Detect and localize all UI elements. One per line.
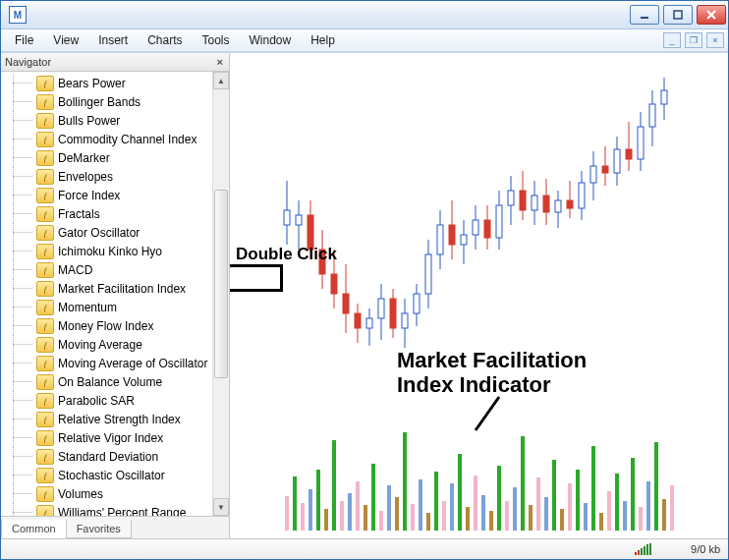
navigator-item[interactable]: fEnvelopes bbox=[3, 167, 212, 186]
svg-rect-117 bbox=[654, 442, 658, 531]
indicator-icon: f bbox=[36, 468, 54, 483]
navigator-item[interactable]: fMoney Flow Index bbox=[3, 316, 212, 335]
maximize-button[interactable] bbox=[663, 5, 693, 25]
navigator-item-label: Moving Average of Oscillator bbox=[58, 357, 208, 370]
navigator-item-label: Envelopes bbox=[58, 170, 113, 184]
navigator-item[interactable]: fMoving Average of Oscillator bbox=[3, 354, 212, 372]
navigator-item-label: Relative Strength Index bbox=[58, 413, 181, 426]
scroll-up-icon[interactable]: ▲ bbox=[213, 72, 229, 89]
svg-rect-65 bbox=[638, 127, 644, 159]
menu-tools[interactable]: Tools bbox=[193, 31, 240, 49]
child-minimize-button[interactable]: _ bbox=[663, 32, 681, 48]
navigator-item[interactable]: fIchimoku Kinko Hyo bbox=[3, 242, 212, 260]
navigator-close-icon[interactable]: × bbox=[215, 57, 225, 68]
navigator-item-label: MACD bbox=[58, 263, 92, 277]
svg-rect-112 bbox=[615, 474, 619, 531]
svg-rect-57 bbox=[590, 166, 596, 183]
indicator-icon: f bbox=[36, 430, 54, 446]
svg-rect-51 bbox=[555, 200, 561, 212]
annotation-double-click: Double Click bbox=[236, 245, 337, 264]
svg-rect-61 bbox=[614, 149, 620, 173]
navigator-item[interactable]: fGator Oscillator bbox=[3, 223, 212, 242]
indicator-icon: f bbox=[36, 449, 54, 465]
scroll-thumb[interactable] bbox=[214, 190, 228, 378]
indicator-icon: f bbox=[36, 262, 54, 278]
navigator-item[interactable]: fMACD bbox=[3, 260, 212, 279]
navigator-item[interactable]: fBulls Power bbox=[3, 111, 212, 130]
svg-rect-63 bbox=[626, 149, 632, 159]
navigator-item-label: Fractals bbox=[58, 207, 100, 221]
navigator-item[interactable]: fParabolic SAR bbox=[3, 391, 212, 410]
svg-rect-77 bbox=[340, 501, 344, 531]
indicator-icon: f bbox=[36, 94, 54, 110]
navigator-item[interactable]: fRelative Vigor Index bbox=[3, 428, 212, 447]
svg-rect-119 bbox=[670, 485, 674, 531]
svg-rect-102 bbox=[536, 477, 540, 531]
navigator-item[interactable]: fWilliams' Percent Range bbox=[3, 503, 212, 516]
svg-rect-27 bbox=[414, 294, 420, 313]
svg-rect-53 bbox=[567, 200, 573, 208]
svg-rect-114 bbox=[631, 458, 635, 531]
tab-favorites[interactable]: Favorites bbox=[66, 520, 132, 538]
navigator-scrollbar[interactable]: ▲ ▼ bbox=[212, 72, 229, 516]
svg-rect-59 bbox=[602, 166, 608, 173]
navigator-item[interactable]: fOn Balance Volume bbox=[3, 372, 212, 391]
navigator-item-label: Gator Oscillator bbox=[58, 226, 140, 240]
indicator-icon: f bbox=[36, 206, 54, 222]
menu-window[interactable]: Window bbox=[240, 31, 302, 49]
minimize-button[interactable] bbox=[630, 5, 659, 25]
svg-rect-74 bbox=[316, 470, 320, 531]
navigator-item[interactable]: fBollinger Bands bbox=[3, 92, 212, 111]
navigator-tree[interactable]: fBears PowerfBollinger BandsfBulls Power… bbox=[1, 72, 212, 516]
indicator-icon: f bbox=[36, 486, 54, 502]
indicator-icon: f bbox=[36, 300, 54, 315]
svg-rect-76 bbox=[332, 440, 336, 531]
title-bar[interactable]: M bbox=[1, 1, 728, 29]
close-button[interactable] bbox=[697, 5, 726, 25]
svg-rect-55 bbox=[579, 183, 585, 208]
svg-rect-97 bbox=[497, 466, 501, 531]
svg-rect-45 bbox=[520, 191, 526, 210]
navigator-item[interactable]: fBears Power bbox=[3, 74, 212, 92]
scroll-down-icon[interactable]: ▼ bbox=[213, 498, 229, 516]
navigator-item[interactable]: fForce Index bbox=[3, 186, 212, 204]
svg-rect-118 bbox=[662, 499, 666, 531]
navigator-item[interactable]: fStochastic Oscillator bbox=[3, 466, 212, 484]
navigator-header[interactable]: Navigator × bbox=[1, 53, 229, 72]
svg-rect-75 bbox=[324, 509, 328, 531]
chart-area[interactable]: Double Click Market Facilitation Index I… bbox=[230, 53, 728, 538]
navigator-item[interactable]: fDeMarker bbox=[3, 148, 212, 167]
indicator-icon: f bbox=[36, 150, 54, 166]
navigator-item[interactable]: fVolumes bbox=[3, 484, 212, 503]
app-window: M File View Insert Charts Tools Window H… bbox=[0, 0, 729, 560]
tab-common[interactable]: Common bbox=[1, 520, 67, 538]
status-bar: 9/0 kb bbox=[1, 538, 728, 559]
navigator-item[interactable]: fMarket Facilitation Index bbox=[3, 279, 212, 298]
menu-insert[interactable]: Insert bbox=[88, 31, 138, 49]
menu-file[interactable]: File bbox=[5, 31, 43, 49]
indicator-icon: f bbox=[36, 337, 54, 353]
indicator-icon: f bbox=[36, 169, 54, 185]
navigator-item-label: Force Index bbox=[58, 189, 120, 202]
navigator-item-label: Commodity Channel Index bbox=[58, 133, 196, 146]
svg-rect-90 bbox=[442, 501, 446, 531]
child-close-button[interactable]: × bbox=[706, 32, 724, 48]
navigator-item[interactable]: fRelative Strength Index bbox=[3, 410, 212, 428]
child-restore-button[interactable]: ❐ bbox=[685, 32, 702, 48]
svg-rect-29 bbox=[425, 254, 431, 294]
menu-charts[interactable]: Charts bbox=[138, 31, 192, 49]
menu-view[interactable]: View bbox=[43, 31, 88, 49]
navigator-item[interactable]: fMomentum bbox=[3, 298, 212, 316]
navigator-item[interactable]: fCommodity Channel Index bbox=[3, 130, 212, 148]
navigator-item-label: DeMarker bbox=[58, 151, 110, 165]
menu-help[interactable]: Help bbox=[301, 31, 345, 49]
svg-rect-7 bbox=[296, 215, 302, 225]
navigator-item[interactable]: fStandard Deviation bbox=[3, 447, 212, 466]
svg-rect-109 bbox=[591, 446, 595, 531]
navigator-panel: Navigator × fBears PowerfBollinger Bands… bbox=[1, 53, 230, 538]
svg-rect-116 bbox=[646, 481, 650, 531]
svg-rect-86 bbox=[411, 504, 415, 531]
navigator-item[interactable]: fFractals bbox=[3, 204, 212, 223]
navigator-item-label: Money Flow Index bbox=[58, 319, 153, 333]
navigator-item[interactable]: fMoving Average bbox=[3, 335, 212, 354]
